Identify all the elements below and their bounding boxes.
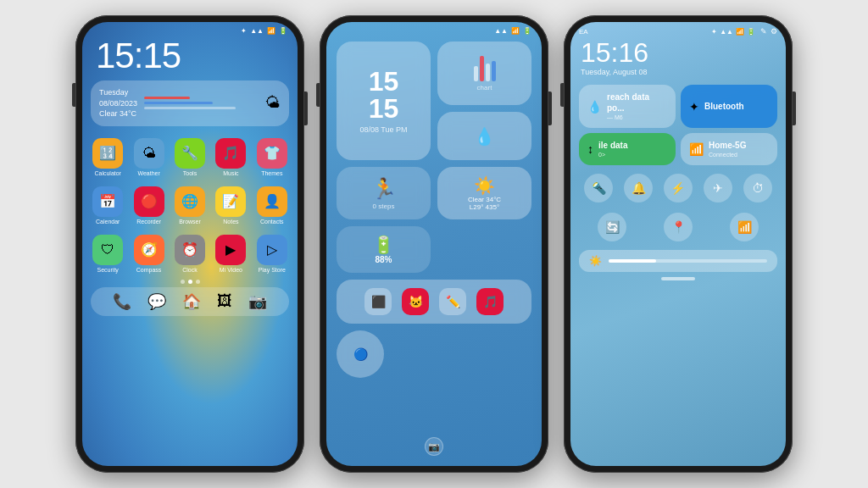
bluetooth-ctrl-icon: ✦ — [689, 100, 699, 114]
widget-droplet: 💧 — [437, 112, 531, 160]
phone-3-screen: EA ✦ ▲▲ 📶 🔋 ✎ ⚙ 15:16 Tuesday, August 08… — [570, 22, 786, 466]
wifi-icon: 📶 — [267, 27, 275, 35]
app-label-clock: Clock — [182, 267, 198, 273]
edit-icon[interactable]: ✎ — [760, 27, 767, 36]
bluetooth-label: Bluetooth — [704, 101, 744, 112]
toggle-timer[interactable]: ⏱ — [743, 174, 772, 202]
status-icons: ✦ ▲▲ 📶 🔋 — [711, 28, 755, 36]
brightness-icon: ☀️ — [589, 255, 602, 267]
app-calendar[interactable]: 📅 Calendar — [91, 186, 125, 225]
widget-date: Tuesday — [99, 87, 137, 98]
app-icon-calendar: 📅 — [92, 186, 123, 217]
phone-2: ▲▲ 📶 🔋 15 15 08/08 Tue PM — [320, 15, 548, 473]
phone-1-status-bar: ✦ ▲▲ 📶 🔋 — [82, 22, 298, 36]
p2-wifi-icon: 📶 — [511, 27, 520, 35]
toggle-rotation[interactable]: 🔄 — [598, 213, 626, 241]
app-calculator[interactable]: 🔢 Calculator — [91, 138, 125, 176]
toggle-flashlight[interactable]: 🔦 — [584, 174, 613, 202]
phone-2-screen: ▲▲ 📶 🔋 15 15 08/08 Tue PM — [326, 22, 542, 466]
widget-weather-text: Clear 34°C — [99, 108, 137, 119]
settings-icon[interactable]: ⚙ — [771, 27, 777, 36]
app-clock[interactable]: ⏰ Clock — [173, 235, 207, 273]
phone-3-status-bar: EA ✦ ▲▲ 📶 🔋 ✎ ⚙ — [570, 22, 786, 37]
toggle-row-2: 🔄 📍 📶 — [570, 208, 786, 247]
chart-bar-2 — [480, 56, 484, 81]
app-security[interactable]: 🛡 Security — [91, 235, 125, 273]
dot-2 — [188, 280, 192, 284]
camera-button[interactable]: 📷 — [425, 437, 443, 456]
phone-2-widgets: 15 15 08/08 Tue PM chart 💧 — [326, 36, 542, 383]
brightness-control[interactable]: ☀️ — [579, 250, 777, 272]
widget-weather-card: ☀️ Clear 34°C L29° 435° — [437, 167, 531, 219]
chart-bar-4 — [492, 61, 496, 81]
widget-battery: 🔋 88% — [337, 226, 431, 273]
phone-2-status-bar: ▲▲ 📶 🔋 — [326, 22, 542, 36]
app-icon-clock: ⏰ — [175, 235, 205, 265]
app-notes[interactable]: 📝 Notes — [214, 186, 248, 225]
control-wifi-tile[interactable]: 📶 Home-5G Connected — [681, 133, 777, 165]
p2-signal-icon: ▲▲ — [494, 27, 508, 35]
phone-1-screen: ✦ ▲▲ 📶 🔋 15:15 Tuesday 08/08/2023 Clear … — [82, 22, 298, 466]
p3-signal-icon: ▲▲ — [720, 28, 733, 36]
phone-1-weather-widget: Tuesday 08/08/2023 Clear 34°C 🌤 — [91, 80, 289, 126]
app-compass[interactable]: 🧭 Compass — [131, 235, 165, 273]
dock-gallery-icon[interactable]: 🖼 — [217, 292, 232, 311]
signal-icon: ▲▲ — [250, 27, 264, 35]
widget-app-4[interactable]: 🎵 — [476, 288, 504, 315]
dock-phone-icon[interactable]: 📞 — [113, 292, 131, 311]
app-music[interactable]: 🎵 Music — [214, 138, 248, 176]
app-recorder[interactable]: 🔴 Recorder — [131, 186, 165, 225]
mini-bar-blue — [144, 102, 213, 104]
weather-emoji-icon: 🌤 — [265, 94, 281, 112]
widget-steps: 🏃 0 steps — [337, 167, 431, 219]
toggle-power[interactable]: ⚡ — [664, 174, 693, 202]
app-label-weather: Weather — [137, 170, 159, 176]
phone-1-clock: 15:15 — [82, 36, 298, 75]
control-tiles: 💧 reach data po... — M6 ✦ Bluetooth ↕ — [570, 81, 786, 169]
app-icon-security: 🛡 — [92, 235, 123, 265]
app-icon-tools: 🔧 — [175, 138, 205, 169]
app-contacts[interactable]: 👤 Contacts — [255, 186, 289, 225]
dot-3 — [196, 280, 200, 284]
control-water-tile[interactable]: 💧 reach data po... — M6 — [579, 85, 676, 128]
app-mivideo[interactable]: ▶ Mi Video — [214, 235, 248, 273]
dock-home-icon[interactable]: 🏠 — [182, 292, 201, 311]
app-label-compass: Compass — [136, 267, 162, 273]
app-browser[interactable]: 🌐 Browser — [173, 186, 207, 225]
phone-2-background: ▲▲ 📶 🔋 15 15 08/08 Tue PM — [326, 22, 542, 466]
home-indicator[interactable] — [661, 277, 695, 280]
toggle-dnd[interactable]: 🔔 — [624, 174, 653, 202]
app-tools[interactable]: 🔧 Tools — [173, 138, 207, 176]
widget-clock-date: 08/08 Tue PM — [359, 125, 407, 134]
toggle-airplane[interactable]: ✈ — [704, 174, 732, 202]
app-label-playstore: Play Store — [259, 267, 286, 273]
toggle-location[interactable]: 📍 — [664, 213, 693, 241]
app-weather[interactable]: 🌤 Weather — [131, 138, 165, 176]
chart-bar-3 — [486, 64, 490, 81]
phone-1: ✦ ▲▲ 📶 🔋 15:15 Tuesday 08/08/2023 Clear … — [75, 15, 304, 473]
widget-app-3[interactable]: ✏️ — [439, 288, 466, 315]
app-icon-browser: 🌐 — [175, 186, 205, 217]
brightness-fill — [609, 259, 656, 263]
dock-camera-icon[interactable]: 📷 — [248, 292, 267, 311]
app-themes[interactable]: 👕 Themes — [255, 138, 289, 176]
dock-messages-icon[interactable]: 💬 — [147, 292, 166, 311]
widget-mini-chart: chart — [437, 42, 531, 105]
app-icon-themes: 👕 — [257, 138, 287, 169]
app-label-contacts: Contacts — [260, 219, 284, 225]
mobile-data-sub: 0> — [598, 151, 627, 158]
widget-app-1[interactable]: ⬛ — [364, 288, 392, 315]
widget-clock-minutes: 15 — [369, 95, 399, 122]
p2-battery-icon: 🔋 — [523, 27, 531, 35]
app-icon-playstore: ▷ — [257, 235, 287, 265]
widget-app-2[interactable]: 🐱 — [402, 288, 429, 315]
control-mobile-data-tile[interactable]: ↕ ile data 0> — [579, 133, 676, 165]
weather-coords: L29° 435° — [470, 203, 499, 211]
control-bluetooth-tile[interactable]: ✦ Bluetooth — [681, 85, 777, 128]
mini-bar-red — [144, 97, 190, 99]
app-icon-contacts: 👤 — [257, 186, 287, 217]
phone-3: EA ✦ ▲▲ 📶 🔋 ✎ ⚙ 15:16 Tuesday, August 08… — [564, 15, 793, 473]
toggle-nfc[interactable]: 📶 — [730, 213, 759, 241]
app-playstore[interactable]: ▷ Play Store — [255, 235, 289, 273]
app-label-browser: Browser — [179, 219, 201, 225]
